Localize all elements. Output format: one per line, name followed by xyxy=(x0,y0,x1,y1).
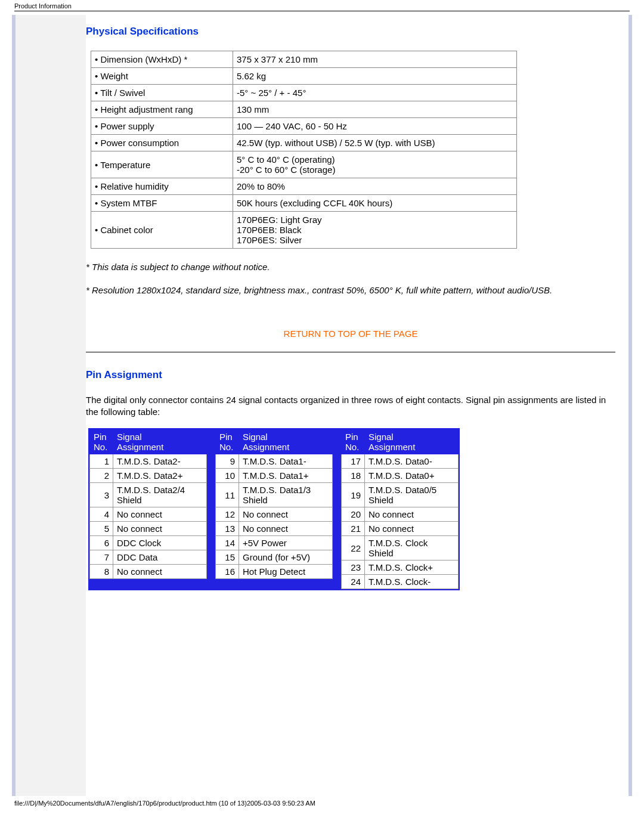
spec-label: • Tilt / Swivel xyxy=(91,85,233,101)
pin-row: 9T.M.D.S. Data1- xyxy=(216,454,333,469)
page-header: Product Information xyxy=(0,0,644,11)
footnote-2: * Resolution 1280x1024, standard size, b… xyxy=(86,285,615,295)
spec-row: • Cabinet color170P6EG: Light Gray 170P6… xyxy=(91,212,517,249)
spec-row: • Tilt / Swivel-5° ~ 25° / + - 45° xyxy=(91,85,517,101)
pin-signal: DDC Clock xyxy=(113,536,207,550)
section-divider xyxy=(86,352,615,352)
pin-signal: T.M.D.S. Data2+ xyxy=(113,469,207,483)
pin-header-signal: SignalAssignment xyxy=(239,430,333,454)
pin-row: 10T.M.D.S. Data1+ xyxy=(216,469,333,483)
pin-number: 15 xyxy=(216,550,239,565)
pin-number: 24 xyxy=(342,575,365,589)
spec-label: • Dimension (WxHxD) * xyxy=(91,51,233,68)
spec-row: • Relative humidity20% to 80% xyxy=(91,178,517,195)
spec-value: 5.62 kg xyxy=(233,68,517,85)
pin-row: 11T.M.D.S. Data1/3 Shield xyxy=(216,483,333,507)
spec-label: • Height adjustment rang xyxy=(91,101,233,118)
pin-signal: No connect xyxy=(113,507,207,522)
pin-signal: T.M.D.S. Data0+ xyxy=(365,469,459,483)
pin-number: 23 xyxy=(342,561,365,575)
pin-number: 3 xyxy=(90,483,113,507)
spec-value: 42.5W (typ. without USB) / 52.5 W (typ. … xyxy=(233,135,517,151)
pin-subtable: PinNo.SignalAssignment17T.M.D.S. Data0-1… xyxy=(341,429,459,589)
pin-group-cell: PinNo.SignalAssignment17T.M.D.S. Data0-1… xyxy=(341,429,459,590)
spec-value: 50K hours (excluding CCFL 40K hours) xyxy=(233,195,517,212)
spec-label: • System MTBF xyxy=(91,195,233,212)
left-sidebar xyxy=(16,15,86,796)
pin-row: 8No connect xyxy=(90,565,207,579)
pin-number: 10 xyxy=(216,469,239,483)
pin-assignment-description: The digital only connector contains 24 s… xyxy=(86,394,615,417)
pin-row: 15Ground (for +5V) xyxy=(216,550,333,565)
pin-header-no: PinNo. xyxy=(90,430,113,454)
pin-number: 9 xyxy=(216,454,239,469)
pin-signal: No connect xyxy=(365,522,459,536)
pin-header-no: PinNo. xyxy=(342,430,365,454)
spec-label: • Power consumption xyxy=(91,135,233,151)
pin-number: 5 xyxy=(90,522,113,536)
pin-number: 8 xyxy=(90,565,113,579)
pin-number: 12 xyxy=(216,507,239,522)
pin-row: 23T.M.D.S. Clock+ xyxy=(342,561,459,575)
pin-row: 18T.M.D.S. Data0+ xyxy=(342,469,459,483)
pin-signal: T.M.D.S. Data1+ xyxy=(239,469,333,483)
spec-label: • Weight xyxy=(91,68,233,85)
spec-row: • Temperature5° C to 40° C (operating) -… xyxy=(91,151,517,178)
pin-group-spacer xyxy=(207,429,215,590)
pin-signal: No connect xyxy=(365,507,459,522)
pin-signal: T.M.D.S. Data1- xyxy=(239,454,333,469)
header-rule xyxy=(14,11,630,11)
pin-row: 19T.M.D.S. Data0/5 Shield xyxy=(342,483,459,507)
physical-specs-heading: Physical Specifications xyxy=(86,26,615,38)
pin-header-signal: SignalAssignment xyxy=(365,430,459,454)
footnote-1: * This data is subject to change without… xyxy=(86,262,615,272)
spec-value: 5° C to 40° C (operating) -20° C to 60° … xyxy=(233,151,517,178)
pin-signal: T.M.D.S. Data0- xyxy=(365,454,459,469)
pin-row: 3T.M.D.S. Data2/4 Shield xyxy=(90,483,207,507)
pin-number: 16 xyxy=(216,565,239,579)
pin-number: 19 xyxy=(342,483,365,507)
pin-row: 5No connect xyxy=(90,522,207,536)
pin-signal: No connect xyxy=(239,507,333,522)
pin-row: 16Hot Plug Detect xyxy=(216,565,333,579)
pin-number: 17 xyxy=(342,454,365,469)
page-footer: file:///D|/My%20Documents/dfu/A7/english… xyxy=(0,796,644,807)
spec-value: 375 x 377 x 210 mm xyxy=(233,51,517,68)
pin-number: 7 xyxy=(90,550,113,565)
pin-signal: +5V Power xyxy=(239,536,333,550)
pin-group-spacer xyxy=(333,429,341,590)
pin-row: 13No connect xyxy=(216,522,333,536)
pin-row: 6DDC Clock xyxy=(90,536,207,550)
pin-row: 20No connect xyxy=(342,507,459,522)
pin-number: 14 xyxy=(216,536,239,550)
spec-row: • Height adjustment rang130 mm xyxy=(91,101,517,118)
pin-group-cell: PinNo.SignalAssignment1T.M.D.S. Data2-2T… xyxy=(89,429,207,590)
pin-row: 22T.M.D.S. Clock Shield xyxy=(342,536,459,561)
spec-value: 170P6EG: Light Gray 170P6EB: Black 170P6… xyxy=(233,212,517,249)
pin-signal: T.M.D.S. Data0/5 Shield xyxy=(365,483,459,507)
pin-row: 2T.M.D.S. Data2+ xyxy=(90,469,207,483)
spec-row: • System MTBF50K hours (excluding CCFL 4… xyxy=(91,195,517,212)
pin-signal: No connect xyxy=(239,522,333,536)
pin-signal: No connect xyxy=(113,522,207,536)
pin-subtable: PinNo.SignalAssignment1T.M.D.S. Data2-2T… xyxy=(89,429,207,579)
spec-label: • Relative humidity xyxy=(91,178,233,195)
pin-signal: No connect xyxy=(113,565,207,579)
return-to-top-text[interactable]: RETURN TO TOP OF THE PAGE xyxy=(284,329,418,339)
pin-number: 13 xyxy=(216,522,239,536)
pin-row: 12No connect xyxy=(216,507,333,522)
pin-signal: Hot Plug Detect xyxy=(239,565,333,579)
pin-number: 22 xyxy=(342,536,365,561)
spec-row: • Weight5.62 kg xyxy=(91,68,517,85)
spec-value: -5° ~ 25° / + - 45° xyxy=(233,85,517,101)
pin-number: 11 xyxy=(216,483,239,507)
pin-row: 17T.M.D.S. Data0- xyxy=(342,454,459,469)
physical-specs-table: • Dimension (WxHxD) *375 x 377 x 210 mm•… xyxy=(91,51,517,249)
pin-signal: T.M.D.S. Data2- xyxy=(113,454,207,469)
spec-label: • Cabinet color xyxy=(91,212,233,249)
pin-signal: T.M.D.S. Clock- xyxy=(365,575,459,589)
pin-group-cell: PinNo.SignalAssignment9T.M.D.S. Data1-10… xyxy=(215,429,333,590)
return-to-top-link[interactable]: RETURN TO TOP OF THE PAGE xyxy=(86,329,615,339)
pin-signal: T.M.D.S. Data2/4 Shield xyxy=(113,483,207,507)
pin-row: 4No connect xyxy=(90,507,207,522)
